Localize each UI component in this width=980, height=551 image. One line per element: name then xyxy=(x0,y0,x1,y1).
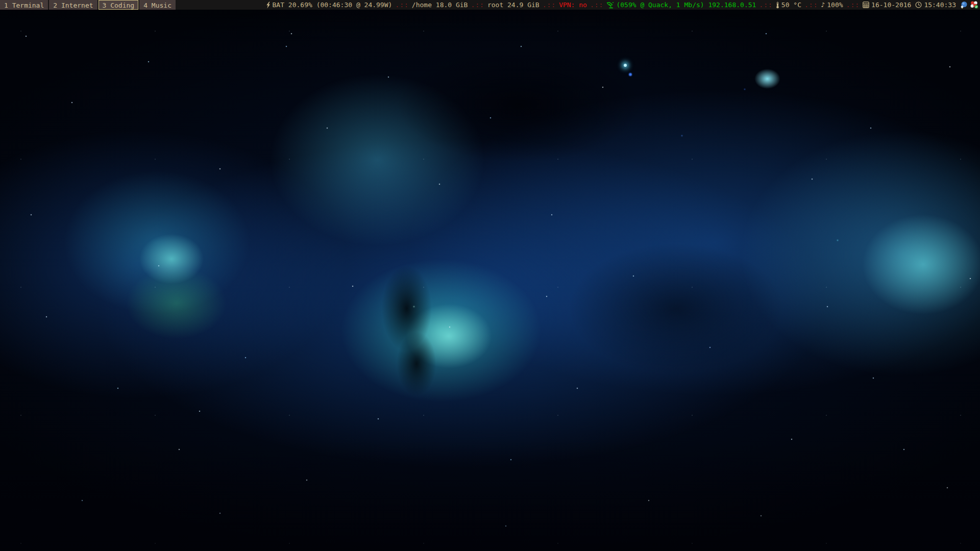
status-separator: .:: xyxy=(846,0,860,10)
time-status: 15:40:33 xyxy=(915,0,956,10)
thermometer-icon xyxy=(776,2,779,9)
status-separator: .:: xyxy=(759,0,772,10)
vpn-text: VPN: no xyxy=(559,0,587,10)
top-status-bar: 1 Terminal 2 Internet 3 Coding 4 Music B… xyxy=(0,0,980,10)
volume-text: 100% xyxy=(827,0,843,10)
vignette-overlay xyxy=(0,0,980,551)
calendar-icon xyxy=(863,2,869,8)
network-text: (059% @ Quack, 1 Mb/s) 192.168.0.51 xyxy=(616,0,756,10)
status-separator: .:: xyxy=(543,0,556,10)
battery-text: BAT 20.69% (00:46:30 @ 24.99W) xyxy=(273,0,393,10)
volume-status: ♪ 100% xyxy=(821,0,843,10)
vpn-status: VPN: no xyxy=(559,0,587,10)
status-separator: .:: xyxy=(804,0,818,10)
battery-status: BAT 20.69% (00:46:30 @ 24.99W) xyxy=(266,0,393,10)
temperature-status: 50 °C xyxy=(776,0,801,10)
desktop: 1 Terminal 2 Internet 3 Coding 4 Music B… xyxy=(0,0,980,551)
lightning-bolt-icon xyxy=(266,2,271,9)
music-note-icon: ♪ xyxy=(821,0,825,10)
root-disk-status: root 24.9 GiB xyxy=(487,0,540,10)
network-status: (059% @ Quack, 1 Mb/s) 192.168.0.51 xyxy=(606,0,756,10)
time-text: 15:40:33 xyxy=(924,0,956,10)
status-separator: .:: xyxy=(471,0,484,10)
clock-icon xyxy=(915,2,922,8)
home-disk-text: /home 18.0 GiB xyxy=(412,0,468,10)
blue-ball-tray-icon[interactable] xyxy=(960,1,968,9)
workspace-button-coding[interactable]: 3 Coding xyxy=(99,0,139,10)
workspace-switcher: 1 Terminal 2 Internet 3 Coding 4 Music xyxy=(0,0,177,10)
workspace-button-internet[interactable]: 2 Internet xyxy=(49,0,97,10)
temperature-text: 50 °C xyxy=(781,0,801,10)
status-separator: .:: xyxy=(590,0,603,10)
bar-spacer xyxy=(177,0,266,10)
workspace-button-terminal[interactable]: 1 Terminal xyxy=(0,0,48,10)
root-disk-text: root 24.9 GiB xyxy=(487,0,540,10)
status-separator: .:: xyxy=(395,0,408,10)
nebula-wallpaper xyxy=(0,0,980,551)
home-disk-status: /home 18.0 GiB xyxy=(412,0,468,10)
satellite-antenna-icon xyxy=(606,2,614,9)
updates-check-tray-icon[interactable] xyxy=(970,1,978,9)
status-segments: BAT 20.69% (00:46:30 @ 24.99W) .:: /home… xyxy=(266,0,980,10)
workspace-button-music[interactable]: 4 Music xyxy=(139,0,176,10)
system-tray xyxy=(960,1,978,9)
date-text: 16-10-2016 xyxy=(871,0,911,10)
date-status: 16-10-2016 xyxy=(863,0,911,10)
